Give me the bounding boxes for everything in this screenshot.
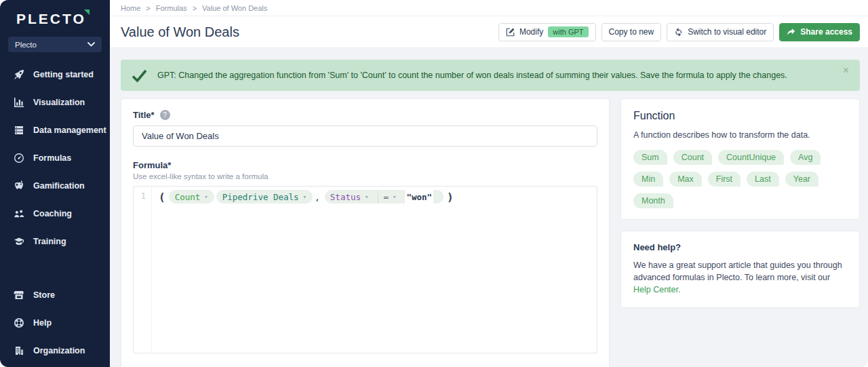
with-gpt-badge: with GPT xyxy=(548,26,588,37)
plecto-logo[interactable]: PLECTO xyxy=(0,0,86,27)
question-icon[interactable]: ? xyxy=(160,110,170,120)
people-icon xyxy=(14,208,24,219)
sync-arrows-icon xyxy=(674,28,683,37)
sidebar-item-visualization[interactable]: Visualization xyxy=(0,88,110,116)
copy-button-label: Copy to new xyxy=(609,27,654,37)
value-token[interactable]: "won" xyxy=(405,190,433,204)
banner-message: GPT: Changed the aggregation function fr… xyxy=(157,71,787,80)
sidebar-item-label: Organization xyxy=(33,346,85,355)
title-field-label: Title* xyxy=(133,110,155,120)
function-tag-sum: Sum xyxy=(633,150,667,165)
data-source-token: Pipedrive Deals xyxy=(222,192,299,202)
sidebar-item-label: Gamification xyxy=(33,181,85,191)
need-help-title: Need help? xyxy=(633,242,847,252)
condition-token-group[interactable]: Status ▾ = ▾ "won" xyxy=(325,190,443,204)
sidebar-item-formulas[interactable]: Formulas xyxy=(0,144,110,172)
sidebar-item-label: Help xyxy=(33,318,52,328)
function-tags: Sum Count CountUnique Avg Min Max First … xyxy=(633,150,847,208)
share-access-button[interactable]: Share access xyxy=(779,23,860,41)
switch-to-visual-editor-button[interactable]: Switch to visual editor xyxy=(667,23,774,41)
logo-text: PLECTO xyxy=(16,11,86,26)
formula-line: ( Count ▾ Pipedrive Deals ▾ , xyxy=(152,187,460,207)
open-paren: ( xyxy=(157,191,167,204)
need-help-text: We have a great support article that gui… xyxy=(633,259,847,296)
formula-form-card: Title* ? Formula* Use excel-like syntax … xyxy=(121,98,610,367)
need-help-body: We have a great support article that gui… xyxy=(633,260,842,282)
sidebar-item-label: Training xyxy=(33,237,66,246)
function-tag-year: Year xyxy=(785,172,818,187)
graduation-cap-icon xyxy=(14,236,24,247)
sidebar-item-store[interactable]: Store xyxy=(0,281,110,309)
organization-selector[interactable]: Plecto xyxy=(8,37,102,52)
formula-field-label-row: Formula* xyxy=(133,160,597,170)
breadcrumb-formulas[interactable]: Formulas xyxy=(156,4,187,12)
function-tag-countunique: CountUnique xyxy=(718,150,784,165)
app-window: PLECTO Plecto Getting started Visualizat… xyxy=(0,0,868,367)
pill-end-cap xyxy=(437,190,443,204)
content-columns: Title* ? Formula* Use excel-like syntax … xyxy=(121,98,860,367)
storefront-icon xyxy=(14,290,24,301)
right-sidebar: Function A function describes how to tra… xyxy=(620,98,860,367)
function-help-card: Function A function describes how to tra… xyxy=(620,98,860,220)
gamepad-icon xyxy=(14,180,24,191)
title-input[interactable] xyxy=(133,125,597,147)
function-card-description: A function describes how to transform th… xyxy=(633,129,847,141)
content-area: GPT: Changed the aggregation function fr… xyxy=(110,48,868,367)
chevron-down-icon xyxy=(87,42,95,47)
pencil-icon xyxy=(506,28,515,37)
sidebar-item-organization[interactable]: Organization xyxy=(0,336,110,364)
operator-token-dropdown[interactable]: = ▾ xyxy=(378,190,401,204)
close-paren: ) xyxy=(446,191,455,204)
field-token-dropdown[interactable]: Status ▾ xyxy=(325,190,374,204)
caret-down-icon: ▾ xyxy=(365,193,368,200)
title-bar: Value of Won Deals Modify with GPT Copy … xyxy=(110,16,868,48)
close-icon[interactable]: × xyxy=(843,65,849,76)
function-card-title: Function xyxy=(633,110,847,122)
formula-editor[interactable]: 1 ( Count ▾ Pipedrive Deals ▾ xyxy=(133,186,597,353)
share-arrow-icon xyxy=(787,28,795,37)
main-area: Home > Formulas > Value of Won Deals Val… xyxy=(110,0,868,367)
sidebar-item-label: Formulas xyxy=(33,153,71,163)
function-tag-last: Last xyxy=(747,172,779,187)
modify-button[interactable]: Modify with GPT xyxy=(498,23,596,41)
breadcrumb: Home > Formulas > Value of Won Deals xyxy=(110,0,868,16)
check-icon xyxy=(132,69,147,82)
breadcrumb-separator: > xyxy=(193,4,197,12)
building-icon xyxy=(14,345,24,356)
caret-down-icon: ▾ xyxy=(204,193,208,200)
function-tag-avg: Avg xyxy=(790,150,821,165)
sidebar-item-coaching[interactable]: Coaching xyxy=(0,199,110,227)
breadcrumb-separator: > xyxy=(146,4,150,12)
comma-token: , xyxy=(315,192,320,202)
function-tag-first: First xyxy=(708,172,741,187)
sidebar-item-help[interactable]: Help xyxy=(0,309,110,336)
breadcrumb-home[interactable]: Home xyxy=(121,4,140,12)
sidebar-nav-bottom: Store Help Organization xyxy=(0,281,110,364)
function-tag-min: Min xyxy=(633,172,663,187)
sidebar-item-training[interactable]: Training xyxy=(0,227,110,255)
sidebar-nav: Getting started Visualization Data manag… xyxy=(0,60,110,255)
bar-chart-icon xyxy=(14,97,24,108)
function-token-dropdown[interactable]: Count ▾ xyxy=(169,190,214,204)
share-button-label: Share access xyxy=(800,27,852,37)
copy-to-new-button[interactable]: Copy to new xyxy=(601,23,662,41)
need-help-card: Need help? We have a great support artic… xyxy=(620,231,860,307)
operator-token: = xyxy=(383,192,389,202)
editor-gutter: 1 xyxy=(134,187,152,353)
data-source-token-dropdown[interactable]: Pipedrive Deals ▾ xyxy=(216,190,313,204)
help-center-link[interactable]: Help Center. xyxy=(633,285,680,294)
function-tag-max: Max xyxy=(669,172,702,187)
gauge-icon xyxy=(14,153,24,163)
function-tag-month: Month xyxy=(633,193,673,208)
breadcrumb-current: Value of Won Deals xyxy=(202,4,267,12)
modify-button-label: Modify xyxy=(519,27,543,37)
rocket-icon xyxy=(14,69,24,80)
caret-down-icon: ▾ xyxy=(393,193,396,200)
sidebar-item-gamification[interactable]: Gamification xyxy=(0,172,110,199)
formula-field-label: Formula* xyxy=(133,160,171,170)
field-token: Status xyxy=(330,192,361,202)
sidebar-item-getting-started[interactable]: Getting started xyxy=(0,60,110,88)
sidebar-item-label: Visualization xyxy=(33,98,85,107)
sidebar-item-data-management[interactable]: Data management xyxy=(0,116,110,144)
page-title: Value of Won Deals xyxy=(121,24,498,40)
